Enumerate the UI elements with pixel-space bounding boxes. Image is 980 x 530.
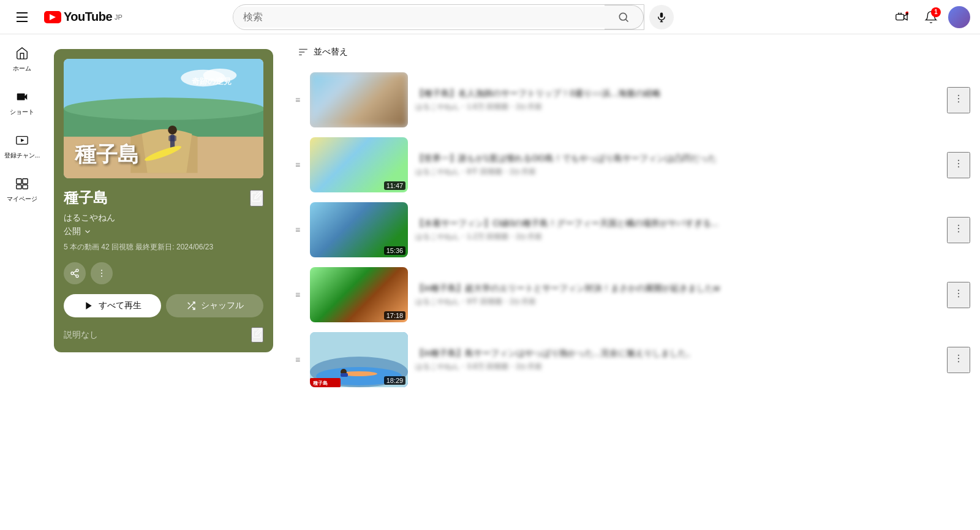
playlist-thumb-image: 奇跡の逆見 種子島 bbox=[64, 59, 263, 178]
svg-text:種子島: 種子島 bbox=[74, 143, 139, 166]
svg-marker-36 bbox=[86, 302, 91, 309]
sidebar-item-label-subs: 登録チャン... bbox=[4, 151, 40, 160]
create-button[interactable]: + bbox=[889, 5, 914, 29]
shuffle-label: シャッフル bbox=[201, 300, 244, 311]
playlist-visibility[interactable]: 公開 bbox=[64, 226, 263, 237]
video-duration-2: 11:47 bbox=[384, 181, 406, 190]
svg-text:+: + bbox=[907, 12, 908, 15]
video-item[interactable]: ≡ 種子島 bbox=[283, 327, 980, 392]
video-title-4: 【in種子島】超大学のエリートとサーフィン対決！まさかの展開が起きましたw bbox=[415, 283, 940, 294]
svg-point-49 bbox=[958, 224, 959, 225]
hamburger-icon bbox=[12, 7, 32, 27]
action-buttons-row: すべて再生 シャッフル bbox=[64, 294, 263, 317]
sidebar: ホーム ショート 登録チャン... マイページ bbox=[0, 34, 44, 530]
thumb-svg: 奇跡の逆見 種子島 bbox=[64, 59, 263, 178]
video-duration-4: 17:18 bbox=[384, 311, 406, 320]
svg-line-1 bbox=[626, 19, 628, 21]
sidebar-item-shorts[interactable]: ショート bbox=[0, 83, 44, 124]
sidebar-item-home[interactable]: ホーム bbox=[0, 39, 44, 80]
video-title-2: 【世界一】誰もが1度は憧れるOO島！でもやっぱり島サーフィンは凸凹だった bbox=[415, 153, 940, 164]
svg-rect-16 bbox=[23, 185, 28, 189]
edit-desc-icon bbox=[252, 328, 262, 338]
video-list-panel: 並べ替え ≡ 【種子島】名人漁師のサーフトリップ！0週り○○浜...海腹の経略 … bbox=[283, 34, 980, 530]
svg-text:種子島: 種子島 bbox=[312, 380, 328, 386]
thumb-image-1 bbox=[310, 72, 408, 127]
drag-handle[interactable]: ≡ bbox=[293, 160, 303, 170]
header-center bbox=[233, 4, 674, 30]
drag-handle[interactable]: ≡ bbox=[293, 290, 303, 300]
youtube-logo[interactable]: YouTubeJP bbox=[44, 10, 123, 24]
edit-description-button[interactable] bbox=[251, 327, 263, 343]
video-more-button-5[interactable] bbox=[947, 347, 970, 373]
video-more-button-4[interactable] bbox=[947, 282, 970, 308]
main-content: 奇跡の逆見 種子島 種子島 はるこやねん bbox=[44, 34, 980, 530]
svg-point-47 bbox=[958, 162, 959, 164]
more-vert-icon-4 bbox=[953, 288, 964, 299]
video-item[interactable]: ≡ 【種子島】名人漁師のサーフトリップ！0週り○○浜...海腹の経略 はるこやね… bbox=[283, 67, 980, 132]
notification-badge: 1 bbox=[931, 7, 941, 17]
sidebar-item-subscriptions[interactable]: 登録チャン... bbox=[0, 126, 44, 167]
svg-point-64 bbox=[958, 357, 959, 358]
search-bar bbox=[233, 4, 644, 30]
video-channel-4: はるこやねん・9千 回視聴・2か月前 bbox=[415, 297, 940, 307]
header-right: + 1 bbox=[889, 5, 970, 29]
video-title-5: 【in種子島】島サーフィンはやっぱり熱かった...完全に魅えりしました。 bbox=[415, 348, 940, 359]
header: YouTubeJP bbox=[0, 0, 980, 34]
svg-rect-2 bbox=[660, 12, 663, 17]
svg-point-44 bbox=[958, 97, 959, 99]
video-more-button-2[interactable] bbox=[947, 152, 970, 178]
youtube-icon bbox=[44, 11, 61, 23]
svg-point-34 bbox=[101, 273, 102, 274]
create-icon: + bbox=[895, 10, 908, 24]
svg-point-28 bbox=[76, 269, 78, 271]
video-more-button-3[interactable] bbox=[947, 217, 970, 243]
more-vertical-icon bbox=[97, 268, 107, 278]
sidebar-item-mypage[interactable]: マイページ bbox=[0, 170, 44, 211]
drag-handle[interactable]: ≡ bbox=[293, 95, 303, 105]
video-channel-1: はるこやねん・1.6万 回視聴・2か月前 bbox=[415, 102, 940, 112]
logo-jp: JP bbox=[115, 13, 123, 21]
playlist-panel: 奇跡の逆見 種子島 種子島 はるこやねん bbox=[44, 34, 283, 530]
video-more-button-1[interactable] bbox=[947, 87, 970, 113]
drag-handle[interactable]: ≡ bbox=[293, 225, 303, 235]
video-thumbnail-4: 17:18 bbox=[310, 267, 408, 322]
svg-point-33 bbox=[101, 270, 102, 271]
video-item[interactable]: ≡ 15:36 【水着サーフィン】Ci値0の種子島！グーフィー天国と橘の場所がヤ… bbox=[283, 197, 980, 262]
video-duration-3: 15:36 bbox=[384, 246, 406, 255]
search-button[interactable] bbox=[605, 5, 644, 29]
edit-title-button[interactable] bbox=[250, 190, 263, 206]
play-all-label: すべて再生 bbox=[99, 300, 141, 311]
video-channel-2: はるこやねん・8千 回視聴・2か月前 bbox=[415, 167, 940, 177]
video-info-2: 【世界一】誰もが1度は憧れるOO島！でもやっぱり島サーフィンは凸凹だった はるこ… bbox=[415, 153, 940, 177]
more-vert-icon-2 bbox=[953, 158, 964, 169]
svg-point-22 bbox=[168, 126, 177, 135]
svg-rect-60 bbox=[341, 373, 348, 377]
video-item[interactable]: ≡ 17:18 【in種子島】超大学のエリートとサーフィン対決！まさかの展開が起… bbox=[283, 262, 980, 327]
shorts-icon bbox=[15, 90, 29, 105]
more-options-button[interactable] bbox=[91, 262, 113, 284]
svg-point-35 bbox=[101, 276, 102, 277]
video-duration-5: 18:29 bbox=[384, 376, 406, 385]
notifications-button[interactable]: 1 bbox=[919, 5, 943, 29]
video-info-5: 【in種子島】島サーフィンはやっぱり熱かった...完全に魅えりしました。 はるこ… bbox=[415, 348, 940, 372]
shuffle-button[interactable]: シャッフル bbox=[166, 294, 263, 317]
playlist-thumbnail: 奇跡の逆見 種子島 bbox=[64, 59, 263, 178]
mic-button[interactable] bbox=[649, 5, 674, 29]
more-vert-icon-3 bbox=[953, 223, 964, 234]
sort-bar: 並べ替え bbox=[283, 39, 980, 65]
video-title-3: 【水着サーフィン】Ci値0の種子島！グーフィー天国と橘の場所がヤバすぎる... bbox=[415, 218, 940, 229]
sidebar-item-label-mypage: マイページ bbox=[7, 195, 37, 203]
share-icon bbox=[70, 268, 80, 278]
svg-point-53 bbox=[958, 292, 959, 293]
search-input[interactable] bbox=[233, 7, 605, 28]
video-item[interactable]: ≡ 11:47 【世界一】誰もが1度は憧れるOO島！でもやっぱり島サーフィンは凸… bbox=[283, 132, 980, 197]
svg-point-63 bbox=[958, 354, 959, 355]
shuffle-icon bbox=[186, 301, 196, 311]
play-all-button[interactable]: すべて再生 bbox=[64, 294, 161, 317]
video-info-3: 【水着サーフィン】Ci値0の種子島！グーフィー天国と橘の場所がヤバすぎる... … bbox=[415, 218, 940, 242]
svg-rect-14 bbox=[23, 179, 28, 184]
share-button[interactable] bbox=[64, 262, 86, 284]
drag-handle[interactable]: ≡ bbox=[293, 355, 303, 365]
avatar[interactable] bbox=[948, 6, 970, 28]
menu-button[interactable] bbox=[10, 5, 34, 29]
